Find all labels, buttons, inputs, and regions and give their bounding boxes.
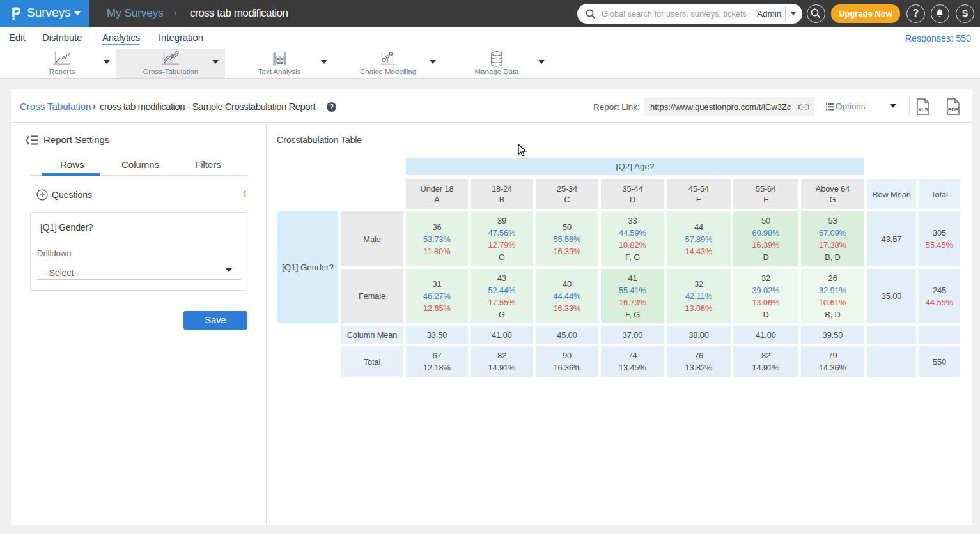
svg-text:PDF: PDF xyxy=(948,107,958,112)
svg-text:XLS: XLS xyxy=(918,107,928,112)
